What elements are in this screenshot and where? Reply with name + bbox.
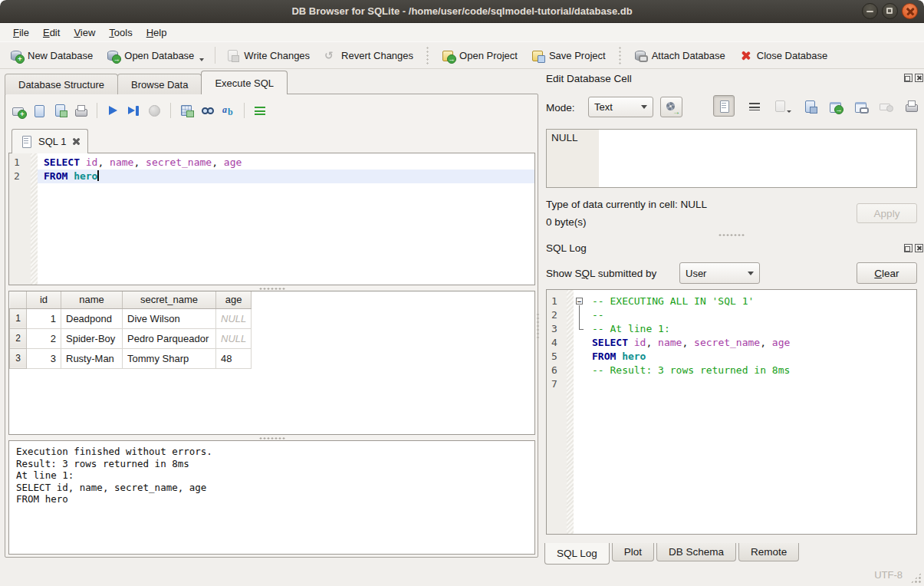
fold-marker[interactable]	[574, 308, 586, 322]
sql-log-view[interactable]: 1234567 − -- EXECUTING ALL IN 'SQL 1'---…	[546, 289, 917, 535]
table-cell[interactable]: 48	[216, 348, 252, 368]
new-sql-tab-button[interactable]	[12, 104, 25, 117]
execute-all-button[interactable]	[107, 104, 120, 117]
table-cell[interactable]: 1	[27, 308, 61, 328]
sql-editor[interactable]: 12 SELECT id, name, secret_name, ageFROM…	[8, 153, 535, 285]
word-wrap-button[interactable]	[254, 104, 267, 117]
sql-document-tab[interactable]: SQL 1	[12, 129, 88, 153]
dock-tab-remote[interactable]: Remote	[738, 543, 799, 561]
row-number-cell[interactable]: 3	[10, 348, 27, 368]
clear-button[interactable]: Clear	[857, 262, 917, 284]
column-header-id[interactable]: id	[27, 291, 61, 308]
column-header-secret-name[interactable]: secret_name	[123, 291, 216, 308]
table-cell[interactable]: Rusty-Man	[61, 348, 123, 368]
execute-current-line-icon	[127, 104, 140, 117]
close-dock-icon[interactable]	[915, 244, 923, 252]
open-database-button[interactable]: Open Database	[100, 46, 211, 65]
menu-tools[interactable]: Tools	[102, 25, 139, 41]
fold-cell	[574, 336, 586, 350]
tab-execute-sql[interactable]: Execute SQL	[201, 71, 288, 94]
cell-text-area[interactable]	[599, 130, 916, 187]
open-external-icon	[829, 100, 842, 113]
save-sql-file-button[interactable]	[54, 104, 67, 117]
dock-tab-sql-log[interactable]: SQL Log	[544, 543, 610, 565]
code-line: FROM hero	[38, 170, 534, 183]
table-cell[interactable]: Dive Wilson	[123, 308, 216, 328]
toolbar-handle[interactable]	[618, 46, 622, 64]
table-cell[interactable]: Deadpond	[61, 308, 123, 328]
tab-browse-data[interactable]: Browse Data	[117, 74, 202, 94]
close-sql-tab-icon[interactable]	[71, 137, 80, 146]
splitter-handle	[536, 313, 540, 339]
results-table[interactable]: idnamesecret_nameage11DeadpondDive Wilso…	[9, 291, 252, 369]
save-project-button[interactable]: Save Project	[524, 46, 613, 65]
format-sql-button[interactable]	[222, 104, 235, 117]
close-window-button[interactable]	[902, 3, 918, 19]
code-line: -- At line 1:	[586, 322, 916, 336]
menu-edit[interactable]: Edit	[36, 25, 67, 41]
table-cell[interactable]: Tommy Sharp	[123, 348, 216, 368]
minimize-button[interactable]	[862, 3, 878, 19]
new-database-button[interactable]: New Database	[3, 46, 100, 65]
fold-marker[interactable]	[574, 322, 586, 336]
row-number-cell[interactable]: 1	[10, 308, 27, 328]
splitter-cell-log[interactable]	[546, 232, 917, 238]
submitted-by-select[interactable]: User	[679, 262, 760, 284]
float-dock-icon[interactable]	[904, 74, 912, 82]
resize-grip[interactable]	[910, 572, 922, 584]
collapse-icon[interactable]: −	[576, 298, 583, 305]
attach-database-button[interactable]: Attach Database	[627, 46, 732, 65]
mode-select[interactable]: Text	[588, 97, 653, 117]
save-as-file-button[interactable]	[804, 100, 817, 113]
column-header-name[interactable]: name	[61, 291, 123, 308]
find-button[interactable]	[201, 104, 214, 117]
open-sql-file-button[interactable]	[33, 104, 46, 117]
chevron-down-icon	[641, 105, 647, 109]
fold-margin[interactable]: −	[574, 290, 586, 534]
mode-value: Text	[594, 101, 613, 113]
menu-view[interactable]: View	[67, 25, 102, 41]
text-view-button[interactable]	[713, 95, 735, 117]
menu-file[interactable]: File	[6, 25, 36, 41]
close-database-button[interactable]: Close Database	[732, 46, 835, 65]
header-row: idnamesecret_nameage	[10, 291, 252, 308]
line-number: 2	[551, 308, 567, 322]
window-title: DB Browser for SQLite - /home/user/code/…	[291, 5, 632, 17]
execute-current-line-button[interactable]	[127, 104, 140, 117]
print-button[interactable]	[905, 100, 918, 113]
open-project-button[interactable]: Open Project	[435, 46, 524, 65]
row-number-cell[interactable]: 2	[10, 328, 27, 348]
table-cell[interactable]: NULL	[216, 308, 252, 328]
dock-tab-db-schema[interactable]: DB Schema	[656, 543, 736, 561]
fold-cell	[574, 377, 586, 391]
link-button[interactable]	[854, 100, 867, 113]
splitter-dock[interactable]	[535, 94, 541, 558]
open-external-button[interactable]	[829, 100, 842, 113]
auto-apply-button[interactable]: →	[660, 97, 682, 117]
table-cell[interactable]: 2	[27, 328, 61, 348]
close-dock-icon[interactable]	[915, 74, 923, 82]
code-line	[586, 377, 916, 391]
toolbar-separator	[97, 103, 97, 118]
dock-tab-plot[interactable]: Plot	[612, 543, 654, 561]
app-window: DB Browser for SQLite - /home/user/code/…	[0, 0, 924, 586]
new-sql-tab-icon	[12, 104, 25, 117]
maximize-button[interactable]	[882, 3, 898, 19]
fold-marker[interactable]: −	[574, 295, 586, 308]
table-cell[interactable]: NULL	[216, 328, 252, 348]
menu-help[interactable]: Help	[140, 25, 174, 41]
toolbar-handle[interactable]	[426, 46, 429, 64]
wrap-lines-button[interactable]	[748, 100, 761, 113]
encoding-indicator[interactable]: UTF-8	[874, 569, 903, 581]
editor-code-area[interactable]: SELECT id, name, secret_name, ageFROM he…	[38, 153, 534, 285]
tab-database-structure[interactable]: Database Structure	[5, 74, 118, 94]
float-dock-icon[interactable]	[904, 244, 912, 252]
export-results-button[interactable]	[180, 104, 193, 117]
table-cell[interactable]: Spider-Boy	[61, 328, 123, 348]
column-header-age[interactable]: age	[216, 291, 252, 308]
print-button[interactable]	[74, 104, 87, 117]
table-cell[interactable]: Pedro Parqueador	[123, 328, 216, 348]
table-cell[interactable]: 3	[27, 348, 61, 368]
corner-header-cell[interactable]	[10, 291, 27, 308]
cell-value-editor[interactable]: NULL	[546, 129, 917, 188]
